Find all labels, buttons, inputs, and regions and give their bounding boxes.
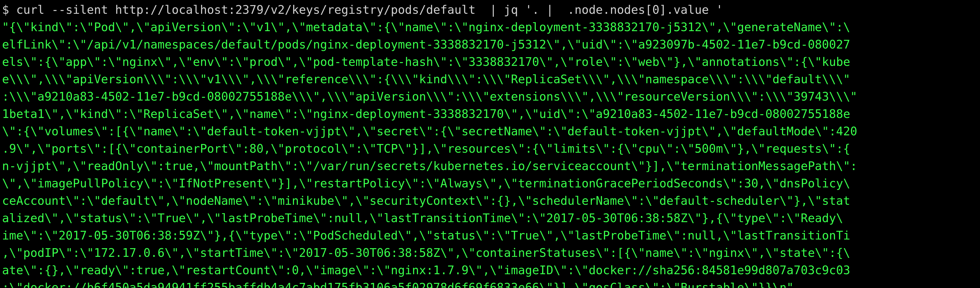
output-line: elfLink\":\"/api/v1/namespaces/default/p… bbox=[2, 38, 850, 51]
shell-prompt: $ bbox=[2, 3, 16, 17]
output-line: "{\"kind\":\"Pod\",\"apiVersion\":\"v1\"… bbox=[2, 20, 850, 34]
output-line: \",\"imagePullPolicy\":\"IfNotPresent\"}… bbox=[2, 177, 850, 190]
command-line: curl --silent http://localhost:2379/v2/k… bbox=[16, 3, 723, 17]
output-line: e\\\",\\\"apiVersion\\\":\\\"v1\\\",\\\"… bbox=[2, 72, 850, 86]
output-line: ate\":{},\"ready\":true,\"restartCount\"… bbox=[2, 263, 850, 277]
output-line: ime\":\"2017-05-30T06:38:59Z\"},{\"type\… bbox=[2, 229, 850, 242]
output-line: n-vjjpt\",\"readOnly\":true,\"mountPath\… bbox=[2, 159, 857, 173]
output-line: :\"docker://b6f450a5da94941ff255baffdb4a… bbox=[2, 281, 794, 288]
output-line: .9\",\"ports\":[{\"containerPort\":80,\"… bbox=[2, 142, 850, 156]
output-line: :\\\"a9210a83-4502-11e7-b9cd-08002755188… bbox=[2, 90, 857, 103]
output-line: ceAccount\":\"default\",\"nodeName\":\"m… bbox=[2, 194, 850, 208]
output-line: 1beta1\",\"kind\":\"ReplicaSet\",\"name\… bbox=[2, 107, 850, 121]
output-line: els\":{\"app\":\"nginx\",\"env\":\"prod\… bbox=[2, 55, 850, 69]
output-line: ,\"podIP\":\"172.17.0.6\",\"startTime\":… bbox=[2, 246, 850, 260]
terminal-window[interactable]: $ curl --silent http://localhost:2379/v2… bbox=[0, 0, 980, 288]
output-line: alized\",\"status\":\"True\",\"lastProbe… bbox=[2, 211, 843, 225]
output-line: \":{\"volumes\":[{\"name\":\"default-tok… bbox=[2, 124, 857, 138]
